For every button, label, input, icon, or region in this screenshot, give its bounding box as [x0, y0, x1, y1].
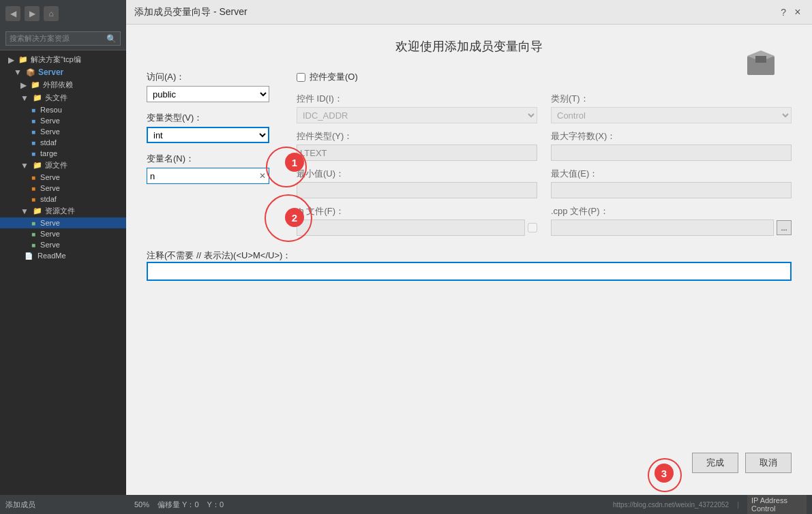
control-id-group: 控件 ID(I)： IDC_ADDR [297, 93, 537, 123]
serve1-label: Serve [40, 117, 60, 125]
tree-item-external[interactable]: ▶ 📁 外部依赖 [0, 78, 126, 91]
category-select[interactable]: Control [551, 107, 792, 123]
stdaf2-label: stdaf [40, 195, 57, 203]
var-name-input[interactable] [147, 168, 269, 184]
tree-item-stdaf2[interactable]: ■ stdaf [0, 194, 126, 205]
access-select[interactable]: public protected private [147, 86, 269, 102]
max-value-input[interactable] [551, 182, 792, 198]
h-file-input[interactable] [297, 220, 525, 236]
tree-item-serve2[interactable]: ■ Serve [0, 126, 126, 137]
control-id-select[interactable]: IDC_ADDR [297, 107, 537, 123]
ide-panel: ◀ ▶ ⌂ 搜索解决方案资源 🔍 ▶ 📁 解决方案"tcp编 ▼ 📦 Serve… [0, 0, 126, 514]
serve-res2-label: Serve [40, 230, 60, 238]
tree-item-solution[interactable]: ▶ 📁 解决方案"tcp编 [0, 53, 126, 66]
search-input[interactable]: 搜索解决方案资源 🔍 [5, 31, 121, 46]
tree-item-readme[interactable]: 📄 ReadMe [0, 250, 126, 261]
dialog-icon [737, 37, 785, 85]
access-label: 访问(A)： [147, 71, 283, 83]
status-bar-center: 50% 偏移量 Y：0 Y：0 [126, 500, 607, 510]
tree-item-stdaf1[interactable]: ■ stdaf [0, 137, 126, 148]
tree-item-serve-res3[interactable]: ■ Serve [0, 239, 126, 250]
blog-link: https://blog.csdn.net/weixin_43722052 [613, 501, 729, 509]
help-button[interactable]: ? [781, 7, 786, 18]
finish-button[interactable]: 完成 [692, 453, 738, 473]
tree-item-serve-cpp1[interactable]: ■ Serve [0, 172, 126, 183]
right-form-grid: 控件 ID(I)： IDC_ADDR 类别(T)： Control [297, 93, 792, 236]
home-btn[interactable]: ⌂ [44, 6, 59, 21]
expand-icon: ▶ [8, 55, 14, 65]
ip-label: IP Address Control [747, 495, 807, 514]
max-chars-input[interactable] [551, 145, 792, 161]
separator: | [737, 500, 739, 509]
status-left-text: 添加成员 [5, 500, 35, 510]
forward-btn[interactable]: ▶ [25, 6, 40, 21]
tree-item-serve1[interactable]: ■ Serve [0, 115, 126, 126]
h-file-checkbox[interactable] [528, 223, 537, 232]
targe-label: targe [40, 149, 57, 157]
dialog-controls: ? × [781, 6, 804, 18]
min-value-input[interactable] [297, 182, 537, 198]
annotation-input[interactable] [147, 262, 792, 281]
tree-item-resou[interactable]: ■ Resou [0, 104, 126, 115]
tree-item-serve-cpp2[interactable]: ■ Serve [0, 183, 126, 194]
res-icon: ■ [31, 230, 35, 238]
step1-badge: 1 [285, 153, 304, 172]
status-bar-right: https://blog.csdn.net/weixin_43722052 | … [607, 495, 812, 514]
control-var-checkbox[interactable] [297, 73, 305, 82]
folder-icon: 📁 [33, 207, 42, 215]
var-name-input-container: ✕ [147, 168, 269, 184]
var-type-group: 变量类型(V)： int [147, 112, 283, 143]
annotation-label: 注释(不需要 // 表示法)(<U>M</U>)： [147, 250, 291, 260]
search-icon: 🔍 [106, 34, 117, 44]
offset-y: 偏移量 Y：0 [157, 500, 199, 510]
category-group: 类别(T)： Control [551, 93, 792, 123]
res-icon: ■ [31, 220, 35, 227]
serve2-label: Serve [40, 127, 60, 136]
cpp-file-input[interactable] [551, 220, 774, 236]
var-type-select[interactable]: int [147, 127, 269, 143]
txt-icon: 📄 [25, 252, 33, 260]
tree-item-targe[interactable]: ■ targe [0, 148, 126, 159]
control-var-label[interactable]: 控件变量(O) [297, 71, 358, 83]
dialog-window: 添加成员变量向导 - Server ? × 欢迎使用添加成员变量向导 访问(A)… [126, 0, 812, 514]
solution-tree: ▶ 📁 解决方案"tcp编 ▼ 📦 Server ▶ 📁 外部依赖 ▼ 📁 头文… [0, 50, 126, 264]
control-type-input[interactable] [297, 145, 537, 161]
status-bar-left: 添加成员 [0, 500, 126, 510]
serve-res3-label: Serve [40, 241, 60, 249]
max-value-group: 最大值(E)： [551, 168, 792, 198]
cpp-icon: ■ [31, 174, 35, 181]
folder-icon: 📁 [33, 161, 42, 170]
y-value: Y：0 [207, 500, 224, 510]
tree-item-headers[interactable]: ▼ 📁 头文件 [0, 91, 126, 104]
folder-icon: 📁 [33, 93, 42, 102]
readme-label: ReadMe [37, 252, 66, 260]
tree-item-sources[interactable]: ▼ 📁 源文件 [0, 159, 126, 172]
var-name-group: 变量名(N)： ✕ [147, 153, 283, 184]
search-label: 搜索解决方案资源 [10, 33, 70, 44]
welcome-heading: 欢迎使用添加成员变量向导 [147, 38, 792, 55]
var-name-label: 变量名(N)： [147, 153, 283, 165]
tree-item-serve-res1[interactable]: ■ Serve [0, 217, 126, 228]
cpp-file-browse-btn[interactable]: ... [777, 220, 792, 235]
tree-item-server[interactable]: ▼ 📦 Server [0, 66, 126, 78]
control-type-label: 控件类型(Y)： [297, 130, 537, 142]
headers-label: 头文件 [45, 93, 67, 103]
var-type-label: 变量类型(V)： [147, 112, 283, 124]
control-id-label: 控件 ID(I)： [297, 93, 537, 105]
h-icon: ■ [31, 106, 35, 114]
dialog-title: 添加成员变量向导 - Server [134, 6, 247, 18]
back-btn[interactable]: ◀ [5, 6, 20, 21]
solution-label: 解决方案"tcp编 [31, 55, 81, 65]
control-var-text: 控件变量(O) [310, 71, 358, 83]
tree-item-serve-res2[interactable]: ■ Serve [0, 228, 126, 239]
folder-icon: 📁 [18, 55, 28, 64]
cancel-button[interactable]: 取消 [745, 453, 792, 473]
close-button[interactable]: × [792, 6, 804, 18]
clear-icon[interactable]: ✕ [257, 170, 268, 181]
expand-icon: ▼ [20, 161, 29, 170]
resources-label: 资源文件 [45, 206, 75, 216]
zoom-level: 50% [134, 500, 149, 509]
max-chars-label: 最大字符数(X)： [551, 130, 792, 142]
tree-item-resources[interactable]: ▼ 📁 资源文件 [0, 205, 126, 217]
max-chars-group: 最大字符数(X)： [551, 130, 792, 161]
